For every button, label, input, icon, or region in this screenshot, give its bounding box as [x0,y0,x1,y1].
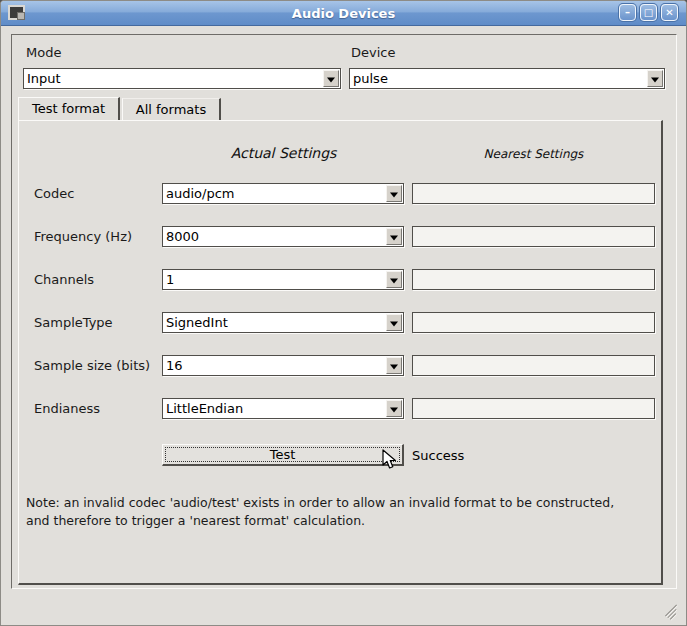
frequency-label: Frequency (Hz) [34,229,132,244]
samplesize-combobox[interactable]: 16 [162,355,404,376]
device-combobox[interactable]: pulse [349,68,665,89]
codec-combobox[interactable]: audio/pcm [162,183,404,204]
endianess-label: Endianess [34,401,100,416]
endianess-value: LittleEndian [163,401,386,416]
sampletype-label: SampleType [34,315,113,330]
chevron-down-icon[interactable] [323,70,339,87]
chevron-down-icon[interactable] [647,70,663,87]
channels-nearest-field [412,269,655,290]
endianess-nearest-field [412,398,655,419]
note-text: Note: an invalid codec 'audio/test' exis… [26,494,614,530]
frequency-value: 8000 [163,229,386,244]
channels-value: 1 [163,272,386,287]
status-text: Success [412,448,464,463]
close-button[interactable]: ✕ [661,4,678,21]
device-value: pulse [350,71,647,86]
test-format-pane: Actual Settings Nearest Settings Codec a… [18,120,663,585]
sampletype-value: SignedInt [163,315,386,330]
frequency-nearest-field [412,226,655,247]
mode-value: Input [24,71,323,86]
device-label: Device [351,45,395,60]
test-button-label: Test [270,447,296,462]
sampletype-nearest-field [412,312,655,333]
chevron-down-icon[interactable] [386,400,402,417]
channels-label: Channels [34,272,94,287]
mode-combobox[interactable]: Input [23,68,341,89]
samplesize-label: Sample size (bits) [34,358,150,373]
chevron-down-icon[interactable] [386,314,402,331]
titlebar[interactable]: Audio Devices – □ ✕ [1,1,686,26]
note-line-1: Note: an invalid codec 'audio/test' exis… [26,494,614,512]
sampletype-combobox[interactable]: SignedInt [162,312,404,333]
audio-devices-window: Audio Devices – □ ✕ Mode Input Device pu… [0,0,687,626]
chevron-down-icon[interactable] [386,185,402,202]
resize-grip-icon[interactable] [664,604,680,620]
note-line-2: and therefore to trigger a 'nearest form… [26,512,614,530]
mode-label: Mode [26,45,61,60]
app-window-icon[interactable] [8,5,25,20]
codec-value: audio/pcm [163,186,386,201]
codec-nearest-field [412,183,655,204]
tab-all-formats[interactable]: All formats [122,98,221,120]
actual-settings-header: Actual Settings [162,145,405,161]
test-button[interactable]: Test [162,444,404,466]
chevron-down-icon[interactable] [386,228,402,245]
samplesize-value: 16 [163,358,386,373]
window-title: Audio Devices [1,6,686,21]
frequency-combobox[interactable]: 8000 [162,226,404,247]
minimize-button[interactable]: – [619,4,636,21]
maximize-button[interactable]: □ [640,4,657,21]
samplesize-nearest-field [412,355,655,376]
endianess-combobox[interactable]: LittleEndian [162,398,404,419]
tab-test-format[interactable]: Test format [18,97,120,120]
codec-label: Codec [34,186,74,201]
channels-combobox[interactable]: 1 [162,269,404,290]
chevron-down-icon[interactable] [386,271,402,288]
chevron-down-icon[interactable] [386,357,402,374]
nearest-settings-header: Nearest Settings [412,147,655,161]
